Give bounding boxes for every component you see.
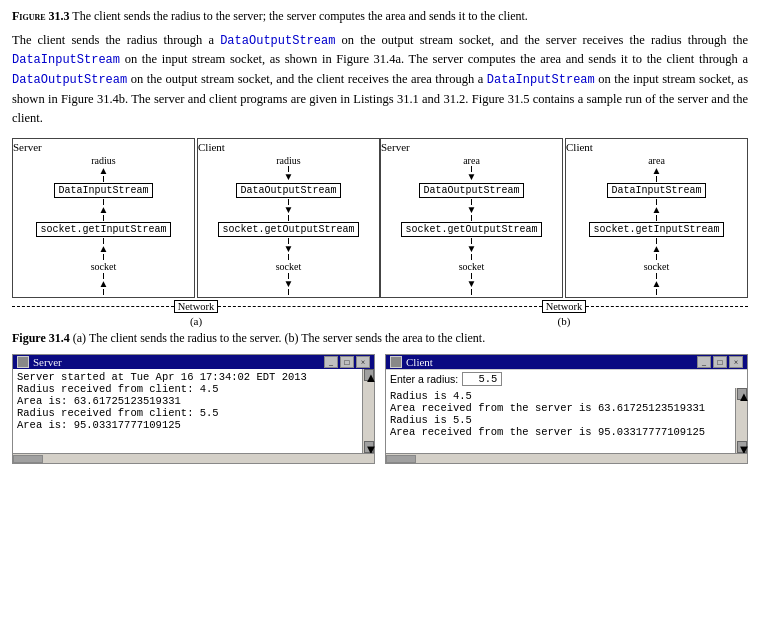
client-scroll-up[interactable]: ▲ <box>737 388 747 400</box>
client-line-2: Area received from the server is 63.6172… <box>390 402 731 414</box>
diagram-b-client-panel: Client area ▲ DataInputStream ▲ socket.g… <box>565 138 748 298</box>
diagram-a-client-arrow-down: ▼ <box>284 166 294 182</box>
server-scroll-down[interactable]: ▼ <box>364 441 374 453</box>
client-line-4: Area received from the server is 95.0331… <box>390 426 731 438</box>
inline-code-3: DataOutputStream <box>12 73 127 87</box>
diagram-b-client-socket: socket <box>644 261 670 272</box>
diagram-b-client-arrow2: ▲ <box>652 199 662 221</box>
client-close-button[interactable]: × <box>729 356 743 368</box>
client-scroll-down[interactable]: ▼ <box>737 441 747 453</box>
figure-31-4-caption: Figure 31.4 (a) The client sends the rad… <box>12 331 748 346</box>
diagram-b-server-arrow4: ▼ <box>467 273 477 295</box>
figure-31-4-label: Figure 31.4 <box>12 331 70 345</box>
client-body-row: Radius is 4.5 Area received from the ser… <box>386 388 747 453</box>
server-titlebar-icon <box>17 356 29 368</box>
diagram-a: Server radius ▲ DataInputStream ▲ socket… <box>12 138 380 327</box>
diagrams-area: Server radius ▲ DataInputStream ▲ socket… <box>12 138 748 327</box>
diagram-a-client-title: Client <box>198 141 225 153</box>
client-radius-input[interactable]: 5.5 <box>462 372 502 386</box>
diagram-b-server-arrow2: ▼ <box>467 199 477 221</box>
server-hscroll-thumb[interactable] <box>13 455 43 463</box>
client-maximize-button[interactable]: □ <box>713 356 727 368</box>
diagram-b-client-title: Client <box>566 141 593 153</box>
diagram-a-server-arrow-up: ▲ <box>99 166 109 182</box>
diagram-a-server-arrow2: ▲ <box>99 199 109 221</box>
diagram-b-panels: Server area ▼ DataOutputStream ▼ socket.… <box>380 138 748 298</box>
diagram-b-network-label: Network <box>542 300 587 313</box>
inline-code-1: DataOutputStream <box>220 34 335 48</box>
diagram-b: Server area ▼ DataOutputStream ▼ socket.… <box>380 138 748 327</box>
diagram-b-server-comp1: DataOutputStream <box>419 183 523 198</box>
server-window: Server _ □ × Server started at Tue Apr 1… <box>12 354 375 464</box>
diagram-a-sub-label: (a) <box>190 315 202 327</box>
diagram-a-server-arrow4: ▲ <box>99 273 109 295</box>
server-scroll-up[interactable]: ▲ <box>364 369 374 381</box>
diagram-b-client-comp1: DataInputStream <box>607 183 705 198</box>
diagram-b-server-comp2: socket.getOutputStream <box>401 222 541 237</box>
client-hscroll-thumb[interactable] <box>386 455 416 463</box>
server-line-5: Area is: 95.03317777109125 <box>17 419 358 431</box>
diagram-a-server-arrow3: ▲ <box>99 238 109 260</box>
diagram-a-net-line-right <box>218 306 380 307</box>
server-scrollbar[interactable]: ▲ ▼ <box>362 369 374 453</box>
server-line-1: Server started at Tue Apr 16 17:34:02 ED… <box>17 371 358 383</box>
diagram-a-net-line-left <box>12 306 174 307</box>
figure-31-3-caption: Figure 31.3 The client sends the radius … <box>12 8 748 25</box>
client-titlebar-icon <box>390 356 402 368</box>
diagram-b-client-arrow3: ▲ <box>652 238 662 260</box>
diagram-b-server-panel: Server area ▼ DataOutputStream ▼ socket.… <box>380 138 563 298</box>
server-body-row: Server started at Tue Apr 16 17:34:02 ED… <box>13 369 374 453</box>
server-titlebar-left: Server <box>17 356 62 368</box>
diagram-a-server-panel: Server radius ▲ DataInputStream ▲ socket… <box>12 138 195 298</box>
diagram-b-client-comp2: socket.getInputStream <box>589 222 723 237</box>
server-titlebar-buttons: _ □ × <box>324 356 370 368</box>
diagram-a-client-arrow4: ▼ <box>284 273 294 295</box>
diagram-a-server-title: Server <box>13 141 42 153</box>
diagram-a-client-arrow2: ▼ <box>284 199 294 221</box>
client-titlebar-left: Client <box>390 356 433 368</box>
client-input-row: Enter a radius: 5.5 <box>386 369 747 388</box>
server-close-button[interactable]: × <box>356 356 370 368</box>
diagram-a-server-socket: socket <box>91 261 117 272</box>
server-window-title: Server <box>33 356 62 368</box>
diagram-b-client-arrow4: ▲ <box>652 273 662 295</box>
client-titlebar-buttons: _ □ × <box>697 356 743 368</box>
client-window-title: Client <box>406 356 433 368</box>
diagram-b-server-title: Server <box>381 141 410 153</box>
client-minimize-button[interactable]: _ <box>697 356 711 368</box>
server-line-4: Radius received from client: 5.5 <box>17 407 358 419</box>
body-paragraph: The client sends the radius through a Da… <box>12 31 748 129</box>
diagram-a-client-subtitle: radius <box>276 155 300 166</box>
diagram-b-server-arrow-down: ▼ <box>467 166 477 182</box>
diagram-b-server-arrow3: ▼ <box>467 238 477 260</box>
diagram-a-network-row: Network <box>12 300 380 313</box>
diagram-a-server-comp1: DataInputStream <box>54 183 152 198</box>
inline-code-2: DataInputStream <box>12 53 120 67</box>
diagram-a-server-comp2: socket.getInputStream <box>36 222 170 237</box>
server-line-3: Area is: 63.61725123519331 <box>17 395 358 407</box>
server-line-2: Radius received from client: 4.5 <box>17 383 358 395</box>
client-window: Client _ □ × Enter a radius: 5.5 Radius … <box>385 354 748 464</box>
figure-31-4-text: (a) The client sends the radius to the s… <box>73 331 485 345</box>
diagram-a-panels: Server radius ▲ DataInputStream ▲ socket… <box>12 138 380 298</box>
server-maximize-button[interactable]: □ <box>340 356 354 368</box>
diagram-b-network-row: Network <box>380 300 748 313</box>
figure-31-3-label: Figure 31.3 <box>12 9 70 23</box>
client-scrollbar[interactable]: ▲ ▼ <box>735 388 747 453</box>
client-body: Radius is 4.5 Area received from the ser… <box>386 388 735 453</box>
figure-31-3-text: The client sends the radius to the serve… <box>72 9 528 23</box>
diagram-b-client-arrow-up: ▲ <box>652 166 662 182</box>
diagram-a-network-label: Network <box>174 300 219 313</box>
server-titlebar: Server _ □ × <box>13 355 374 369</box>
client-line-3: Radius is 5.5 <box>390 414 731 426</box>
server-minimize-button[interactable]: _ <box>324 356 338 368</box>
client-titlebar: Client _ □ × <box>386 355 747 369</box>
diagram-b-server-subtitle: area <box>463 155 480 166</box>
server-bottom-bar <box>13 453 374 463</box>
client-input-label: Enter a radius: <box>390 373 458 385</box>
diagram-a-client-socket: socket <box>276 261 302 272</box>
client-line-1: Radius is 4.5 <box>390 390 731 402</box>
diagram-a-client-comp1: DataOutputStream <box>236 183 340 198</box>
diagram-a-client-arrow3: ▼ <box>284 238 294 260</box>
terminals-row: Server _ □ × Server started at Tue Apr 1… <box>12 354 748 464</box>
